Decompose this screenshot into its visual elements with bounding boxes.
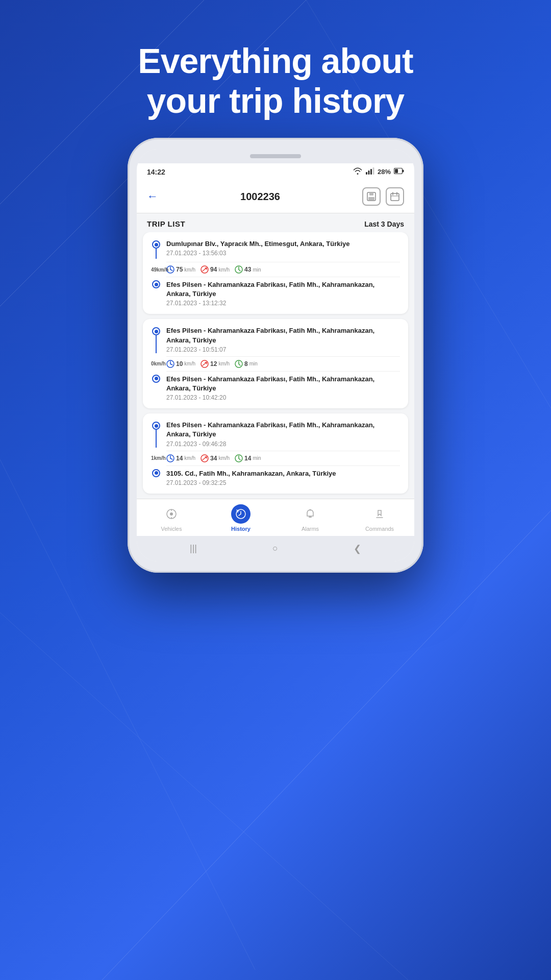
svg-rect-12	[403, 170, 404, 173]
route-start-dot	[152, 240, 160, 249]
trip-1-start-location: Dumlupınar Blv., Yapracık Mh., Etimesgut…	[166, 239, 400, 249]
nav-item-vehicles[interactable]: Vehicles	[137, 504, 206, 532]
route-start-dot-3	[152, 422, 160, 430]
trip-2-start-time: 27.01.2023 - 10:51:07	[166, 346, 400, 353]
trip-3-stat-dur: 14min	[235, 454, 261, 462]
alarms-icon	[300, 504, 320, 524]
trip-1-stat-max: 94km/h	[201, 265, 230, 274]
status-icons: 28%	[353, 167, 404, 176]
trip-1-max-val: 94	[210, 266, 217, 273]
trip-card-1[interactable]: Dumlupınar Blv., Yapracık Mh., Etimesgut…	[143, 232, 408, 314]
route-line-2	[156, 335, 157, 353]
trip-1-start-details: Dumlupınar Blv., Yapracık Mh., Etimesgut…	[166, 239, 400, 259]
trip-3-start-time: 27.01.2023 - 09:46:28	[166, 440, 400, 448]
phone-frame: 14:22	[128, 138, 423, 573]
trip-3-max-unit: km/h	[218, 455, 230, 461]
trip-2-dur-val: 8	[244, 360, 248, 368]
svg-line-3	[0, 612, 408, 980]
trip-card-3[interactable]: Efes Pilsen - Kahramankaza Fabrikası, Fa…	[143, 413, 408, 494]
hero-line1: Everything about	[138, 41, 413, 80]
trip-2-dur-unit: min	[249, 361, 258, 366]
svg-rect-7	[368, 170, 369, 175]
trip-1-start-time: 27.01.2023 - 13:56:03	[166, 250, 400, 257]
svg-rect-9	[372, 167, 374, 175]
nav-label-commands: Commands	[365, 526, 394, 532]
svg-point-50	[310, 509, 311, 510]
svg-line-22	[170, 270, 172, 271]
trip-3-dur-val: 14	[244, 455, 251, 462]
trip-1-avg-unit: km/h	[184, 267, 195, 273]
status-time: 14:22	[147, 168, 165, 176]
trip-2-end-location: Efes Pilsen - Kahramankaza Fabrikası, Fa…	[166, 375, 400, 393]
route-line-3	[156, 430, 157, 447]
svg-rect-11	[395, 169, 398, 173]
trip-list-header: TRIP LIST Last 3 Days	[137, 213, 414, 232]
trip-2-avg-unit: km/h	[184, 361, 195, 366]
trip-list-label: TRIP LIST	[147, 219, 185, 228]
svg-line-2	[102, 510, 551, 980]
svg-line-24	[203, 268, 207, 271]
svg-point-45	[170, 512, 173, 516]
trip-1-stat-avg: 75km/h	[166, 265, 195, 274]
route-end-dot-2	[152, 375, 160, 383]
nav-label-history: History	[231, 526, 251, 532]
commands-icon	[370, 504, 389, 524]
bottom-navigation: Vehicles History	[137, 499, 414, 536]
trip-2-avg-val: 10	[176, 360, 183, 368]
trip-card-2[interactable]: Efes Pilsen - Kahramankaza Fabrikası, Fa…	[143, 319, 408, 408]
trip-2-stat-max: 12km/h	[201, 360, 230, 368]
nav-item-history[interactable]: History	[206, 504, 276, 532]
trip-2-stat-dur: 8min	[235, 360, 258, 368]
recent-apps-gesture[interactable]: |||	[190, 543, 197, 554]
app-header: ← 1002236	[137, 180, 414, 213]
nav-item-commands[interactable]: Commands	[345, 504, 414, 532]
svg-line-38	[170, 458, 172, 459]
trip-3-avg-speed: 1km/h	[151, 455, 166, 461]
signal-icon	[365, 167, 374, 176]
trip-list-filter[interactable]: Last 3 Days	[364, 220, 404, 228]
trips-list: Dumlupınar Blv., Yapracık Mh., Etimesgut…	[137, 232, 414, 499]
battery-icon	[394, 168, 404, 176]
route-line	[156, 249, 157, 259]
trip-1-dur-unit: min	[253, 267, 261, 273]
svg-rect-15	[368, 197, 374, 200]
svg-rect-16	[391, 193, 399, 201]
nav-item-alarms[interactable]: Alarms	[276, 504, 345, 532]
status-bar: 14:22	[137, 163, 414, 180]
trip-3-end-time: 27.01.2023 - 09:32:25	[166, 479, 400, 486]
header-action-icons	[362, 187, 404, 206]
calendar-icon-button[interactable]	[386, 187, 404, 206]
nav-label-vehicles: Vehicles	[161, 526, 182, 532]
svg-line-43	[239, 458, 240, 460]
svg-line-35	[239, 364, 240, 365]
header-title: 1002236	[240, 191, 280, 203]
svg-rect-8	[370, 169, 372, 175]
trip-1-end-time: 27.01.2023 - 13:12:32	[166, 300, 400, 307]
trip-2-end-time: 27.01.2023 - 10:42:20	[166, 394, 400, 401]
home-gesture[interactable]: ○	[272, 543, 278, 554]
trip-2-start-details: Efes Pilsen - Kahramankaza Fabrikası, Fa…	[166, 326, 400, 353]
route-start-dot-2	[152, 327, 160, 335]
phone-speaker-area	[137, 149, 414, 163]
svg-rect-14	[369, 192, 373, 195]
svg-rect-6	[366, 172, 367, 175]
svg-line-30	[170, 364, 172, 365]
back-button[interactable]: ←	[147, 190, 158, 203]
trip-1-stat-dur: 43min	[235, 265, 261, 274]
svg-line-27	[239, 270, 240, 271]
trip-2-start-location: Efes Pilsen - Kahramankaza Fabrikası, Fa…	[166, 326, 400, 345]
hero-line2: your trip history	[147, 81, 404, 120]
trip-2-max-val: 12	[210, 360, 217, 368]
trip-1-end-location: Efes Pilsen - Kahramankaza Fabrikası, Fa…	[166, 280, 400, 299]
trip-3-max-val: 34	[210, 455, 217, 462]
svg-line-40	[203, 457, 207, 460]
speaker-grill	[250, 154, 301, 158]
save-icon-button[interactable]	[362, 187, 381, 206]
route-end-dot	[152, 280, 160, 288]
trip-3-avg-val: 14	[176, 455, 183, 462]
svg-line-32	[203, 362, 207, 365]
battery-text: 28%	[378, 168, 391, 176]
back-gesture[interactable]: ❮	[354, 543, 361, 554]
trip-3-avg-unit: km/h	[184, 455, 195, 461]
hero-section: Everything about your trip history	[0, 0, 551, 141]
